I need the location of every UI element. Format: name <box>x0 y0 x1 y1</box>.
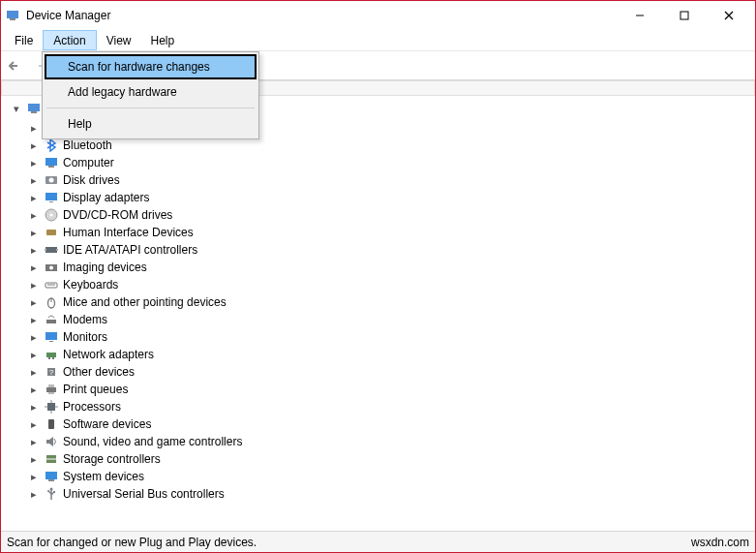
svg-rect-45 <box>48 419 54 429</box>
statusbar: Scan for changed or new Plug and Play de… <box>1 531 755 552</box>
svg-rect-11 <box>45 158 57 166</box>
svg-point-51 <box>50 488 53 491</box>
svg-rect-37 <box>46 387 56 392</box>
svg-rect-20 <box>45 247 57 253</box>
menu-add-legacy[interactable]: Add legacy hardware <box>45 79 257 105</box>
chevron-right-icon[interactable]: ▸ <box>28 296 40 309</box>
svg-rect-6 <box>28 104 40 111</box>
chevron-right-icon[interactable]: ▸ <box>28 471 40 483</box>
dvd-icon <box>44 207 59 223</box>
chevron-right-icon[interactable]: ▸ <box>28 157 40 169</box>
tree-row[interactable]: ▸Software devices <box>28 415 755 433</box>
tree-row[interactable]: ▸Keyboards <box>28 276 755 293</box>
chevron-right-icon[interactable]: ▸ <box>28 174 40 187</box>
tree-row[interactable]: ▸Monitors <box>28 328 755 346</box>
chevron-right-icon[interactable]: ▸ <box>28 314 40 326</box>
modem-icon <box>44 312 59 327</box>
tree-item-label: Other devices <box>63 365 135 379</box>
svg-rect-16 <box>49 201 53 202</box>
tree-row[interactable]: ▸Universal Serial Bus controllers <box>28 485 755 503</box>
other-icon: ? <box>44 364 59 380</box>
tree-item-label: Human Interface Devices <box>63 226 194 239</box>
chevron-right-icon[interactable]: ▸ <box>28 366 40 379</box>
action-dropdown: Scan for hardware changes Add legacy har… <box>42 51 259 139</box>
chevron-right-icon[interactable]: ▸ <box>28 279 40 292</box>
chevron-right-icon[interactable]: ▸ <box>28 122 40 135</box>
menu-scan-hardware[interactable]: Scan for hardware changes <box>45 54 257 79</box>
svg-rect-53 <box>53 491 55 493</box>
tree-row[interactable]: ▸DVD/CD-ROM drives <box>28 206 755 224</box>
menu-action[interactable]: Action <box>43 30 96 50</box>
chevron-down-icon[interactable]: ▾ <box>11 103 22 115</box>
chevron-right-icon[interactable]: ▸ <box>28 192 40 204</box>
svg-point-52 <box>47 490 49 492</box>
tree-row[interactable]: ▸?Other devices <box>28 363 755 381</box>
chevron-right-icon[interactable]: ▸ <box>28 488 40 501</box>
chevron-right-icon[interactable]: ▸ <box>28 453 40 466</box>
chevron-right-icon[interactable]: ▸ <box>28 436 40 448</box>
tree-row[interactable]: ▸Mice and other pointing devices <box>28 293 755 311</box>
tree-row[interactable]: ▸Sound, video and game controllers <box>28 433 755 450</box>
menu-view[interactable]: View <box>97 30 141 50</box>
menu-file[interactable]: File <box>5 30 43 50</box>
chevron-right-icon[interactable]: ▸ <box>28 384 40 396</box>
svg-rect-34 <box>52 357 54 359</box>
computer-icon <box>44 155 59 170</box>
svg-rect-31 <box>49 341 53 342</box>
monitor-icon <box>44 329 59 345</box>
svg-rect-29 <box>46 320 56 323</box>
maximize-button[interactable] <box>662 1 707 30</box>
chevron-right-icon[interactable]: ▸ <box>28 349 40 361</box>
tree-row[interactable]: ▸Network adapters <box>28 346 755 363</box>
tree-row[interactable]: ▸Processors <box>28 398 755 415</box>
display-icon <box>44 190 59 205</box>
tree-row[interactable]: ▸Disk drives <box>28 171 755 189</box>
tree-row[interactable]: ▸Human Interface Devices <box>28 224 755 241</box>
ide-icon <box>44 242 59 258</box>
tree-row[interactable]: ▸Display adapters <box>28 189 755 206</box>
tree-item-label: Keyboards <box>63 278 118 292</box>
app-icon <box>5 8 20 23</box>
chevron-right-icon[interactable]: ▸ <box>28 209 40 222</box>
svg-rect-21 <box>45 249 46 251</box>
tree-row[interactable]: ▸Computer <box>28 154 755 171</box>
chevron-right-icon[interactable]: ▸ <box>28 261 40 274</box>
titlebar: Device Manager <box>1 1 755 30</box>
chevron-right-icon[interactable]: ▸ <box>28 418 40 431</box>
svg-rect-49 <box>48 479 54 481</box>
svg-rect-0 <box>7 11 18 18</box>
svg-rect-38 <box>48 384 54 387</box>
tree-row[interactable]: ▸System devices <box>28 468 755 485</box>
svg-rect-15 <box>45 193 57 200</box>
chevron-right-icon[interactable]: ▸ <box>28 139 40 152</box>
menu-help[interactable]: Help <box>141 30 185 50</box>
tree-row[interactable]: ▸Imaging devices <box>28 259 755 276</box>
system-icon <box>44 469 59 484</box>
close-button[interactable] <box>707 1 751 30</box>
tree-item-label: Mice and other pointing devices <box>63 295 227 309</box>
chevron-right-icon[interactable]: ▸ <box>28 331 40 344</box>
chevron-right-icon[interactable]: ▸ <box>28 244 40 257</box>
tree-item-label: Bluetooth <box>63 138 112 152</box>
svg-rect-22 <box>56 249 58 251</box>
computer-icon <box>26 101 42 116</box>
tree-item-label: Modems <box>63 313 107 326</box>
chevron-right-icon[interactable]: ▸ <box>28 401 40 414</box>
svg-rect-1 <box>10 18 15 20</box>
svg-point-18 <box>50 214 53 217</box>
menu-help-item[interactable]: Help <box>45 111 257 137</box>
tree-row[interactable]: ▸Print queues <box>28 381 755 398</box>
tree-item-label: Computer <box>63 156 114 169</box>
tree-row[interactable]: ▸Modems <box>28 311 755 328</box>
tree-item-label: System devices <box>63 470 144 483</box>
software-icon <box>44 416 59 432</box>
svg-rect-12 <box>48 166 54 168</box>
minimize-button[interactable] <box>618 1 662 30</box>
svg-rect-32 <box>46 353 56 357</box>
chevron-right-icon[interactable]: ▸ <box>28 227 40 239</box>
tree-row[interactable]: ▸Storage controllers <box>28 450 755 468</box>
tree-item-label: Imaging devices <box>63 261 147 274</box>
tree-item-label: IDE ATA/ATAPI controllers <box>63 243 197 257</box>
tree-row[interactable]: ▸IDE ATA/ATAPI controllers <box>28 241 755 259</box>
back-button[interactable] <box>5 55 26 77</box>
